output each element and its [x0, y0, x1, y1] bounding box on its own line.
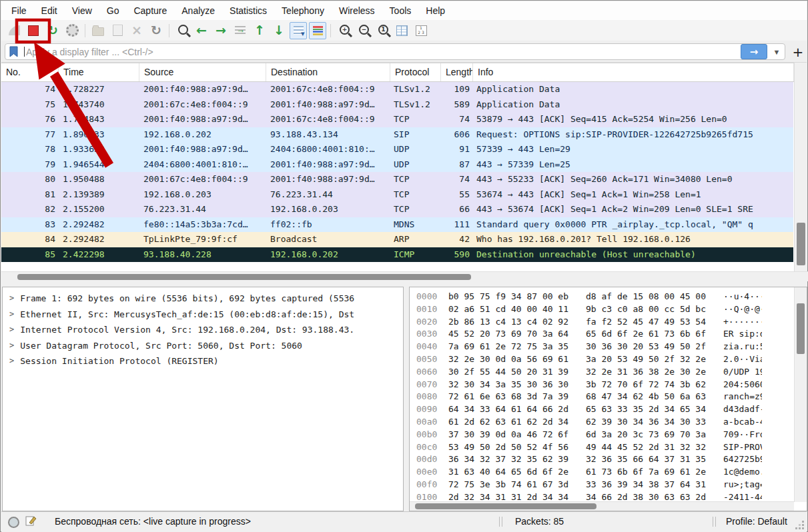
scrollbar-thumb[interactable] [415, 503, 596, 509]
hex-row-0070[interactable]: 007032 30 34 3a 35 30 36 303b 72 70 6f 7… [410, 379, 793, 391]
column-header-destination[interactable]: Destination [266, 63, 390, 81]
detail-row[interactable]: >Ethernet II, Src: MercusysTech_af:de:15… [3, 307, 403, 323]
hex-row-0000[interactable]: 0000b0 95 75 f9 34 87 00 ebd8 af de 15 0… [410, 291, 793, 303]
hex-row-0060[interactable]: 006030 2f 55 44 50 20 31 3932 2e 31 36 3… [410, 366, 793, 379]
detail-row[interactable]: >Internet Protocol Version 4, Src: 192.1… [3, 322, 403, 338]
menu-edit[interactable]: Edit [34, 1, 65, 20]
packet-row-83[interactable]: 832.292482fe80::14a5:3b3a:7cd…ff02::fbMD… [1, 217, 793, 233]
next-packet-icon[interactable]: → [212, 22, 230, 39]
chevron-right-icon[interactable]: > [9, 307, 14, 323]
hex-row-0010[interactable]: 001002 a6 51 cd 40 00 40 119b c3 c0 a8 0… [410, 303, 793, 316]
go-to-packet-icon[interactable] [232, 22, 249, 39]
menu-file[interactable]: File [4, 1, 34, 20]
bookmark-icon[interactable] [9, 46, 18, 57]
hex-row-00f0[interactable]: 00f072 75 3e 3b 74 61 67 3d33 36 39 34 3… [410, 479, 793, 491]
hex-row-0030[interactable]: 003045 52 20 73 69 70 3a 6465 6d 6f 2e 6… [410, 328, 793, 341]
display-filter-field[interactable]: → ▼ [5, 43, 785, 60]
hex-ascii: 709··Fro [723, 429, 762, 441]
chevron-right-icon[interactable]: > [9, 322, 14, 338]
resize-columns-icon[interactable] [393, 22, 410, 39]
menu-tools[interactable]: Tools [382, 1, 419, 20]
packet-row-75[interactable]: 751.7437402001:67c:4e8:f004::92001:f40:9… [1, 97, 793, 113]
chevron-right-icon[interactable]: > [9, 291, 14, 307]
chevron-right-icon[interactable]: > [9, 353, 14, 369]
packet-row-82[interactable]: 822.15520076.223.31.44192.168.0.203TCP66… [1, 202, 793, 217]
restart-capture-icon[interactable]: ↻ [44, 22, 61, 39]
reload-file-icon[interactable]: ↻ [147, 22, 165, 39]
stop-capture-icon[interactable] [25, 22, 42, 39]
detail-row[interactable]: >Frame 1: 692 bytes on wire (5536 bits),… [3, 291, 403, 307]
packet-row-85[interactable]: 852.42229893.188.40.228192.168.0.202ICMP… [1, 247, 793, 263]
column-header-source[interactable]: Source [139, 63, 266, 81]
filter-dropdown-icon[interactable]: ▼ [770, 48, 783, 56]
packet-row-79[interactable]: 791.9465442404:6800:4001:810:…2001:f40:9… [1, 157, 793, 173]
hex-vertical-scrollbar[interactable] [794, 287, 807, 502]
detail-row[interactable]: >User Datagram Protocol, Src Port: 5060,… [3, 338, 403, 354]
hex-row-0020[interactable]: 00202b 86 13 c4 13 c4 02 92fa f2 52 45 4… [410, 316, 793, 329]
expert-info-icon[interactable] [8, 517, 19, 528]
zoom-out-icon[interactable]: − [354, 22, 372, 39]
hex-row-00a0[interactable]: 00a061 2d 62 63 61 62 2d 3462 39 30 34 3… [410, 416, 793, 429]
scrollbar-thumb[interactable] [797, 223, 805, 265]
hex-ascii: 1c@demo. [723, 466, 762, 479]
menu-wireless[interactable]: Wireless [332, 1, 382, 20]
cell-source: TpLinkPte_79:9f:cf [139, 232, 266, 247]
open-file-icon[interactable] [89, 22, 107, 39]
find-packet-icon[interactable] [173, 22, 191, 39]
column-header-info[interactable]: Info [473, 63, 794, 81]
menu-go[interactable]: Go [99, 1, 127, 20]
capture-options-icon[interactable] [63, 22, 81, 39]
zoom-original-icon[interactable]: 1 [374, 22, 391, 39]
menu-telephony[interactable]: Telephony [274, 1, 332, 20]
hex-row-0100[interactable]: 01002d 32 34 31 31 2d 34 3434 66 2d 38 3… [410, 491, 793, 501]
menu-bar: FileEditViewGoCaptureAnalyzeStatisticsTe… [1, 1, 807, 20]
menu-view[interactable]: View [65, 1, 99, 20]
chevron-right-icon[interactable]: > [9, 338, 14, 354]
packet-list-horizontal-scrollbar[interactable] [1, 271, 808, 281]
detail-row[interactable]: >Session Initiation Protocol (REGISTER) [3, 353, 403, 369]
menu-capture[interactable]: Capture [126, 1, 174, 20]
hex-row-0040[interactable]: 00407a 69 61 2e 72 75 3a 3530 36 30 20 5… [410, 341, 793, 353]
packet-row-80[interactable]: 801.9504882001:67c:4e8:f004::92001:f40:9… [1, 172, 793, 187]
window-resize-grip[interactable] [802, 527, 804, 529]
column-header-time[interactable]: Time [59, 63, 139, 81]
hex-row-00e0[interactable]: 00e031 63 40 64 65 6d 6f 2e61 73 6b 6f 7… [410, 466, 793, 479]
column-header-protocol[interactable]: Protocol [390, 63, 441, 81]
hex-row-00b0[interactable]: 00b037 30 39 0d 0a 46 72 6f6d 3a 20 3c 7… [410, 429, 793, 441]
hex-horizontal-scrollbar[interactable] [410, 501, 794, 511]
hex-row-0080[interactable]: 008072 61 6e 63 68 3d 7a 3968 47 34 62 4… [410, 391, 793, 403]
packet-row-84[interactable]: 842.292482TpLinkPte_79:9f:cfBroadcastARP… [1, 232, 793, 247]
auto-scroll-icon[interactable] [290, 22, 307, 39]
zoom-in-icon[interactable]: + [335, 22, 352, 39]
packet-row-81[interactable]: 812.139389192.168.0.20376.223.31.44TCP55… [1, 187, 793, 203]
column-header-no[interactable]: No. [1, 63, 59, 81]
packet-row-78[interactable]: 781.9336322001:f40:988:a97:9d…2404:6800:… [1, 142, 793, 157]
capture-comment-icon[interactable] [25, 515, 37, 529]
first-packet-icon[interactable]: ↑ [251, 22, 268, 39]
profile-label[interactable]: Profile: Default [726, 512, 787, 531]
hex-row-00d0[interactable]: 00d036 34 32 37 32 35 62 3932 36 35 66 6… [410, 453, 793, 466]
display-filter-input[interactable] [25, 46, 741, 58]
save-file-icon[interactable] [109, 22, 126, 39]
column-header-length[interactable]: Length [441, 63, 473, 81]
hex-row-0050[interactable]: 005032 2e 30 0d 0a 56 69 613a 20 53 49 5… [410, 353, 793, 366]
menu-statistics[interactable]: Statistics [222, 1, 274, 20]
menu-help[interactable]: Help [418, 1, 452, 20]
previous-packet-icon[interactable]: ← [193, 22, 210, 39]
hex-row-00c0[interactable]: 00c053 49 50 2d 50 52 4f 5649 44 45 52 2… [410, 441, 793, 454]
start-capture-icon[interactable] [5, 22, 23, 39]
add-filter-button[interactable]: + [790, 43, 806, 60]
menu-analyze[interactable]: Analyze [174, 1, 222, 20]
packet-row-77[interactable]: 771.890633192.168.0.20293.188.43.134SIP6… [1, 127, 793, 143]
last-packet-icon[interactable]: ↓ [270, 22, 288, 39]
packet-row-76[interactable]: 761.7848432001:f40:988:a97:9d…2001:67c:4… [1, 112, 793, 127]
scrollbar-thumb[interactable] [17, 274, 471, 280]
apply-filter-button[interactable]: → [741, 44, 767, 59]
close-file-icon[interactable]: × [128, 22, 145, 39]
layout-123-icon[interactable]: 12 3 [412, 22, 430, 39]
scrollbar-thumb[interactable] [797, 303, 805, 354]
packet-list-vertical-scrollbar[interactable] [794, 63, 807, 271]
hex-row-0090[interactable]: 009064 34 33 64 61 64 66 2d65 63 33 35 2… [410, 403, 793, 416]
packet-row-74[interactable]: 741.7282272001:f40:988:a97:9d…2001:67c:4… [1, 82, 793, 97]
colorize-icon[interactable] [309, 22, 326, 39]
